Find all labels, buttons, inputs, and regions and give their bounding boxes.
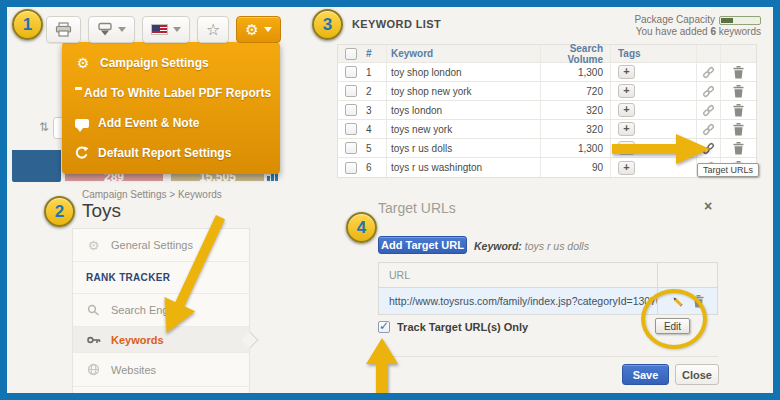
column-header-num: # [364,48,386,59]
settings-menu-button[interactable]: ⚙ [236,16,280,43]
keyword-cell: toys r us dolls [386,139,540,157]
save-button[interactable]: Save [622,364,669,385]
keyword-table-header: # Keyword Search Volume Tags [338,45,756,63]
step-number: 3 [323,15,332,35]
row-number: 3 [364,105,386,116]
breadcrumb: Campaign Settings > Keywords [82,189,222,200]
chevron-down-icon [264,27,272,32]
row-number: 6 [364,162,386,173]
url-table-header: URL [379,263,717,288]
menu-item-label: Campaign Settings [100,56,209,70]
row-checkbox[interactable] [345,142,357,154]
star-icon: ☆ [206,22,220,38]
export-download-icon [97,22,113,37]
row-checkbox[interactable] [345,85,357,97]
keyword-row-3: 3 toys london 320 + [338,101,756,120]
annotation-arrow-target-urls [612,134,710,164]
favorite-button[interactable]: ☆ [197,16,229,43]
search-volume-cell: 720 [540,82,610,100]
comment-icon [75,119,89,128]
keyword-row-2: 2 toy shop new york 720 + [338,82,756,101]
search-volume-cell: 320 [540,120,610,138]
track-target-url-checkbox[interactable] [378,321,390,333]
keyword-cell: toys london [386,101,540,119]
globe-icon [86,363,101,376]
step-badge-4: 4 [346,212,377,243]
added-keywords-text: You have added [636,26,708,37]
row-number: 1 [364,67,386,78]
close-icon[interactable]: × [704,198,712,214]
keyword-cell: toys new york [386,120,540,138]
target-url-value: http://www.toysrus.com/family/index.jsp?… [379,295,657,307]
step-number: 4 [357,218,366,238]
column-header-url: URL [379,269,657,281]
delete-icon[interactable] [733,123,744,136]
sidebar-section-rank-tracker: RANK TRACKER [73,262,249,294]
keyword-cell: toy shop new york [386,82,540,100]
delete-icon[interactable] [733,85,744,98]
row-checkbox[interactable] [345,123,357,135]
package-capacity: Package Capacity You have added 6 keywor… [634,14,761,38]
add-tag-button[interactable]: + [618,84,635,98]
language-button[interactable] [142,16,190,43]
sidebar-section-label: RANK TRACKER [86,272,170,283]
sidebar-item-label: Websites [111,364,156,376]
menu-item-campaign-settings[interactable]: ⚙ Campaign Settings [62,49,280,77]
delete-icon[interactable] [733,104,744,117]
add-tag-button[interactable]: + [618,65,635,79]
column-header-tags: Tags [610,45,696,62]
us-flag-icon [151,24,168,35]
chevron-down-icon [173,27,181,32]
package-capacity-label: Package Capacity [634,14,715,26]
tutorial-screenshot-frame: 1 ☆ ⚙ ⇅ 289 15,505 ⚙ Campaign Settings [0,0,780,400]
row-checkbox[interactable] [345,66,357,78]
menu-item-white-label-pdf[interactable]: Add To White Label PDF Reports [62,79,280,107]
add-tag-button[interactable]: + [618,103,635,117]
sidebar-item-websites[interactable]: Websites [73,353,249,387]
page-title: Toys [82,200,121,222]
export-button[interactable] [88,16,135,43]
target-urls-link-icon[interactable] [702,85,715,98]
menu-item-add-event-note[interactable]: Add Event & Note [62,109,280,137]
printer-icon [55,22,72,37]
delete-icon[interactable] [733,66,744,79]
row-checkbox[interactable] [345,162,357,174]
dialog-keyword-line: Keyword: toys r us dolls [474,240,589,252]
sidebar-item-label: Keywords [111,334,164,346]
keyword-list-title: KEYWORD LIST [352,18,441,30]
search-volume-cell: 1,300 [540,139,610,157]
step-number: 2 [55,202,64,222]
dialog-title: Target URLs [378,200,456,216]
column-header-volume: Search Volume [540,45,610,62]
track-target-url-setting: Track Target URL(s) Only [378,321,528,333]
search-volume-cell: 1,300 [540,63,610,81]
menu-item-label: Add To White Label PDF Reports [84,86,271,100]
menu-item-label: Default Report Settings [98,146,231,160]
delete-icon[interactable] [733,142,744,155]
close-button[interactable]: Close [675,364,719,385]
report-toolbar: ☆ ⚙ [46,16,281,43]
row-number: 5 [364,143,386,154]
add-target-url-button[interactable]: Add Target URL [378,236,467,254]
row-number: 4 [364,124,386,135]
step-badge-3: 3 [312,9,343,40]
row-number: 2 [364,86,386,97]
settings-dropdown-menu: ⚙ Campaign Settings Add To White Label P… [62,42,280,174]
target-urls-tooltip: Target URLs [697,163,759,177]
print-button[interactable] [46,16,81,43]
menu-item-default-report-settings[interactable]: Default Report Settings [62,139,280,167]
package-capacity-bar [719,16,761,25]
keyword-row-1: 1 toy shop london 1,300 + [338,63,756,82]
row-checkbox[interactable] [345,104,357,116]
sort-arrows-icon: ⇅ [39,120,49,134]
annotation-arrow-track-checkbox [366,338,398,400]
added-keywords-text: keywords [719,26,761,37]
target-urls-link-icon[interactable] [702,104,715,117]
selected-item-notch [242,332,259,349]
edit-button[interactable]: Edit [655,318,690,334]
search-volume-cell: 90 [540,158,610,177]
select-all-checkbox[interactable] [345,48,357,60]
track-target-url-label: Track Target URL(s) Only [397,321,528,333]
target-urls-link-icon[interactable] [702,66,715,79]
key-icon [86,335,101,345]
